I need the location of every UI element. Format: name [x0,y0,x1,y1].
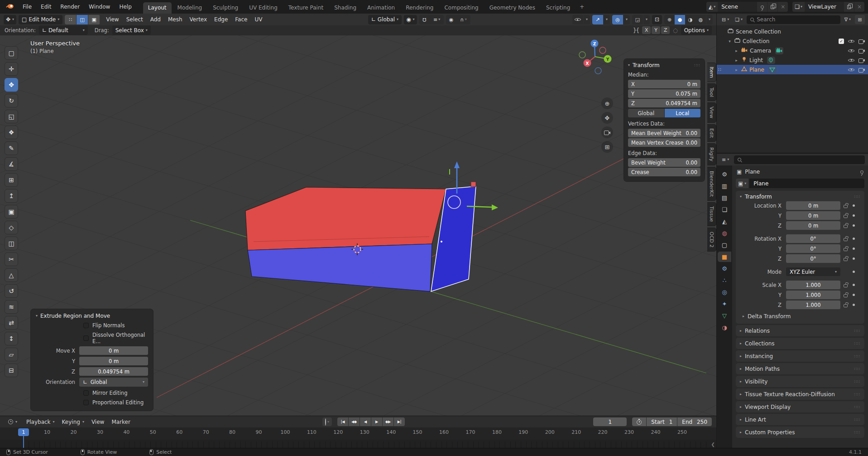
object-name-field[interactable]: Plane [749,179,864,188]
menu-file[interactable]: File [19,2,36,12]
checkbox-icon[interactable] [83,323,89,328]
section-line-art[interactable]: ▸Line Art∷∷ [736,414,864,425]
section-custom-properties[interactable]: ▸Custom Properties∷∷ [736,427,864,438]
collapse-icon[interactable]: ▾ [36,314,38,318]
op-move-field[interactable]: 0 m [79,357,148,365]
checkbox-icon[interactable] [83,390,89,396]
hide-viewport-toggle[interactable] [848,38,854,44]
object-id-dropdown[interactable]: ▣▾ [736,179,748,188]
lock-icon[interactable] [844,225,848,228]
scene-pin-button[interactable] [757,2,767,12]
hide-viewport-toggle[interactable] [848,57,854,63]
section-tissue-texture-reaction-diffusion[interactable]: ▸Tissue Texture Reaction-Diffusion∷∷ [736,388,864,400]
sidebar-tab-view[interactable]: View [707,102,716,122]
mirror-axis-y[interactable]: Y [652,26,660,34]
face-select-button[interactable]: ▣ [88,15,100,24]
properties-tab-scene[interactable]: ◭ [718,216,731,227]
properties-tab-physics[interactable]: ◎ [718,287,731,297]
play-reverse-button[interactable]: ◀ [360,417,371,426]
gizmos-toggle[interactable]: ↗ [592,15,603,24]
properties-tab-material[interactable]: ◑ [718,322,731,333]
auto-key-button[interactable] [325,419,326,425]
outliner-row-plane[interactable]: ∷▸Plane [717,65,868,74]
workspace-tab-animation[interactable]: Animation [362,2,400,14]
outliner-row-collection[interactable]: ▾Collection✓ [717,36,868,46]
op-move-field[interactable]: 0.049754 m [79,367,148,376]
lock-icon[interactable] [844,258,848,261]
checkbox-icon[interactable] [83,400,89,405]
tool-scale[interactable]: ◱ [5,110,18,123]
tool-add-cube[interactable]: ⊞ [5,173,18,187]
delta-transform-section[interactable]: ▸Delta Transform [743,313,860,320]
properties-tab-constraints[interactable]: ✦ [718,299,731,309]
new-collection-button[interactable]: ⊞ [855,15,865,24]
property-field[interactable]: 0° [786,254,840,263]
properties-tab-particles[interactable]: ∴ [718,275,731,286]
gizmos-chevron[interactable]: ▾ [604,15,610,24]
add-workspace-button[interactable]: + [576,1,588,12]
animate-dot-icon[interactable] [853,247,855,250]
viewport-menu-face[interactable]: Face [231,15,251,24]
op-orientation-dropdown[interactable]: ∟Global▾ [79,378,148,387]
transform-title[interactable]: Transform [745,194,772,200]
bevel-weight-field[interactable]: Bevel Weight0.00 [628,158,700,167]
checkbox-icon[interactable] [83,335,89,341]
camera-view-button[interactable] [601,126,613,138]
current-frame-field[interactable]: 1 [593,417,627,426]
menu-edit[interactable]: Edit [37,2,55,12]
properties-tab-object[interactable]: ■ [718,252,731,262]
tool-transform[interactable]: ❖ [5,126,18,139]
mean-vertex-crease-field[interactable]: Mean Vertex Crease0.00 [628,138,700,147]
scene-browse-button[interactable]: ◭▾ [706,2,718,12]
tool-loop-cut[interactable]: ◫ [5,237,18,250]
workspace-tab-rendering[interactable]: Rendering [401,2,438,14]
crease-field[interactable]: Crease0.00 [628,168,700,176]
expand-icon[interactable]: ▾ [727,39,732,44]
properties-tab-tool[interactable]: ⚙ [718,169,731,179]
section-visibility[interactable]: ▸Visibility∷∷ [736,376,864,387]
workspace-tab-modeling[interactable]: Modeling [173,2,207,14]
section-motion-paths[interactable]: ▸Motion Paths∷∷ [736,363,864,374]
tool-shrink-fatten[interactable]: ↕ [5,332,18,345]
tool-rotate[interactable]: ↻ [5,94,18,107]
tool-select-box[interactable]: ▢ [5,46,18,60]
disable-render-toggle[interactable] [858,58,865,63]
section-instancing[interactable]: ▸Instancing∷∷ [736,350,864,362]
viewlayer-name[interactable]: ViewLayer [805,4,844,10]
outliner-item-label[interactable]: Scene Collection [736,29,781,35]
playhead[interactable]: 1 [18,428,29,436]
outliner-filter-dropdown[interactable]: ∇▾ [843,16,853,24]
outliner-row-scene-collection[interactable]: Scene Collection [717,27,868,36]
median-y-field[interactable]: Y0.075 m [628,89,700,98]
frame-start-field[interactable]: Start1 [647,417,677,426]
timeline-ruler[interactable]: 1 ❮ 102030405060708090100110120130140150… [0,427,716,448]
animate-dot-icon[interactable] [853,204,855,207]
collapse-icon[interactable]: ▾ [628,63,630,67]
property-field[interactable]: 0° [786,234,840,243]
tool-orientation-dropdown[interactable]: ∟Default▾ [39,25,88,35]
tool-smooth[interactable]: ≋ [5,300,18,314]
op-move-field[interactable]: 0 m [79,346,148,355]
lock-icon[interactable] [844,248,848,251]
breadcrumb-object[interactable]: Plane [745,169,760,175]
animate-dot-icon[interactable] [853,224,855,227]
animate-dot-icon[interactable] [853,304,855,306]
median-x-field[interactable]: X0 m [628,80,700,88]
workspace-tab-geometry-nodes[interactable]: Geometry Nodes [484,2,540,14]
timeline-editor-type-button[interactable]: ▾ [5,418,21,426]
nav-axis-neg-z[interactable] [595,68,601,74]
mode-dropdown[interactable]: □Edit Mode▾ [19,15,62,24]
property-field[interactable]: 1.000 [786,281,840,289]
properties-tab-world[interactable]: ◍ [718,228,731,238]
viewport-menu-vertex[interactable]: Vertex [186,15,211,24]
pan-button[interactable]: ✥ [601,112,613,124]
use-preview-range-button[interactable] [632,417,646,426]
workspace-tab-compositing[interactable]: Compositing [439,2,483,14]
menu-render[interactable]: Render [56,2,84,12]
hide-viewport-toggle[interactable] [848,67,854,73]
scene-unlink-button[interactable]: × [778,2,788,12]
viewport-menu-uv[interactable]: UV [251,15,266,24]
space-toggle-local[interactable]: Local [665,109,701,117]
viewport-menu-select[interactable]: Select [123,15,147,24]
solid-shading-button[interactable]: ● [675,15,685,24]
